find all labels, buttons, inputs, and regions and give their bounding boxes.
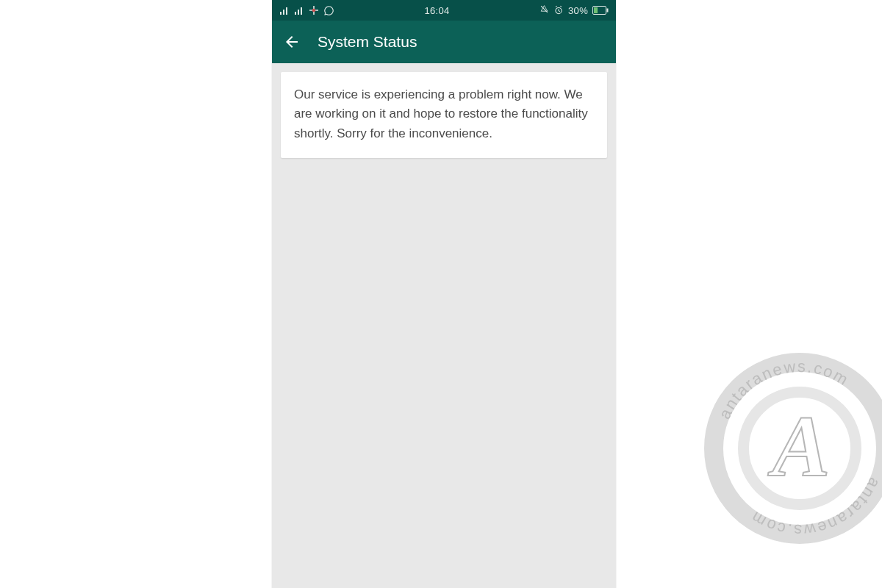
status-bar: 16:04 30% [272, 0, 616, 21]
no-data-icon [309, 5, 319, 15]
watermark-ring-inner [738, 387, 861, 510]
watermark-ring-outer [704, 353, 882, 544]
signal-icon [294, 6, 304, 15]
content-area: Our service is experiencing a problem ri… [272, 63, 616, 588]
svg-rect-3 [594, 7, 598, 13]
back-arrow-icon [283, 33, 301, 51]
app-bar: System Status [272, 21, 616, 63]
do-not-disturb-icon [539, 4, 549, 16]
status-message-text: Our service is experiencing a problem ri… [294, 87, 588, 140]
watermark-ring-text: antaranews.com antaranews.com [704, 353, 882, 544]
svg-point-0 [312, 9, 316, 12]
svg-text:antaranews.com: antaranews.com [715, 357, 853, 422]
status-message-card: Our service is experiencing a problem ri… [281, 72, 607, 158]
status-right: 30% [539, 4, 609, 16]
status-time: 16:04 [425, 5, 450, 16]
phone-frame: 16:04 30% System Status Our service is e… [272, 0, 616, 588]
watermark: antaranews.com antaranews.com A [704, 353, 882, 544]
watermark-text: antaranews.com [715, 357, 853, 422]
whatsapp-icon [323, 5, 334, 16]
page-title: System Status [318, 33, 417, 51]
back-button[interactable] [282, 32, 301, 51]
signal-icon [279, 6, 290, 15]
svg-rect-4 [607, 9, 609, 12]
watermark-text-2: antaranews.com [747, 475, 882, 539]
battery-percentage: 30% [568, 5, 588, 16]
watermark-glyph: A [706, 351, 882, 542]
battery-icon [592, 6, 609, 15]
svg-text:antaranews.com: antaranews.com [747, 475, 882, 539]
alarm-icon [553, 5, 564, 15]
status-left [279, 5, 334, 16]
